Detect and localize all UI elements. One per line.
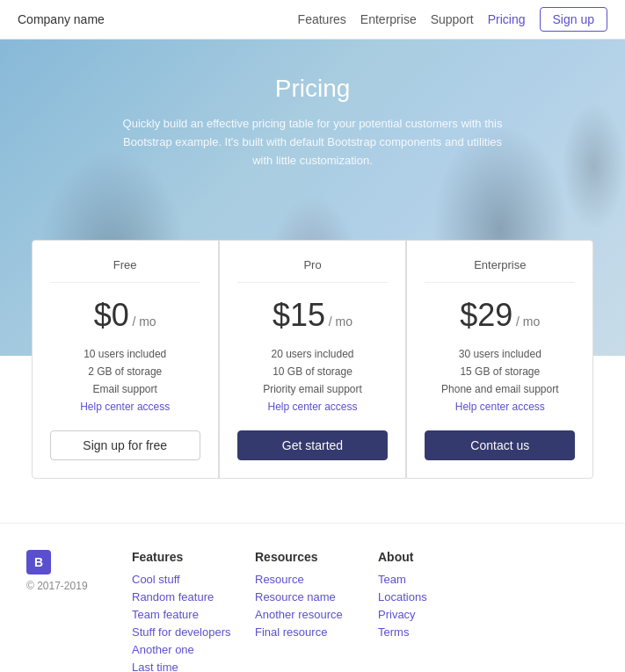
footer-link-cool-stuff[interactable]: Cool stuff bbox=[132, 573, 237, 586]
footer-link-random-feature[interactable]: Random feature bbox=[132, 590, 237, 603]
hero-subtitle: Quickly build an effective pricing table… bbox=[120, 115, 506, 170]
nav-features[interactable]: Features bbox=[298, 12, 346, 26]
footer-link-last-time[interactable]: Last time bbox=[132, 661, 237, 672]
footer-col-resources: Resources Resource Resource name Another… bbox=[255, 550, 360, 643]
price-free: $0 / mo bbox=[50, 297, 200, 334]
link-pro-help[interactable]: Help center access bbox=[237, 401, 388, 413]
price-enterprise: $29 / mo bbox=[425, 297, 575, 334]
footer-link-terms[interactable]: Terms bbox=[378, 625, 483, 639]
footer-col-features: Features Cool stuff Random feature Team … bbox=[132, 550, 237, 672]
footer-link-team-feature[interactable]: Team feature bbox=[132, 608, 237, 621]
hero-section: Pricing Quickly build an effective prici… bbox=[0, 40, 625, 356]
footer-link-privacy[interactable]: Privacy bbox=[378, 608, 483, 621]
cta-pro[interactable]: Get started bbox=[237, 430, 388, 460]
footer-col-about: About Team Locations Privacy Terms bbox=[378, 550, 483, 643]
footer-inner: B © 2017-2019 Features Cool stuff Random… bbox=[26, 550, 599, 672]
pricing-card-free: Free $0 / mo 10 users included 2 GB of s… bbox=[32, 240, 219, 479]
footer-link-another-resource[interactable]: Another resource bbox=[255, 608, 360, 621]
signup-button[interactable]: Sign up bbox=[540, 7, 607, 32]
feature-free-3: Email support bbox=[50, 383, 200, 395]
pricing-card-pro: Pro $15 / mo 20 users included 10 GB of … bbox=[219, 240, 406, 479]
footer-link-stuff-devs[interactable]: Stuff for developers bbox=[132, 625, 237, 639]
feature-pro-3: Priority email support bbox=[237, 383, 388, 395]
footer-copyright: © 2017-2019 bbox=[26, 580, 88, 592]
navbar: Company name Features Enterprise Support… bbox=[0, 0, 625, 40]
footer: B © 2017-2019 Features Cool stuff Random… bbox=[0, 523, 625, 672]
cta-free[interactable]: Sign up for free bbox=[50, 430, 200, 460]
footer-link-team[interactable]: Team bbox=[378, 573, 483, 586]
feature-ent-1: 30 users included bbox=[425, 348, 575, 360]
nav-pricing[interactable]: Pricing bbox=[488, 12, 526, 26]
nav-links: Features Enterprise Support Pricing Sign… bbox=[298, 7, 607, 32]
footer-link-resource[interactable]: Resource bbox=[255, 573, 360, 586]
feature-free-2: 2 GB of storage bbox=[50, 365, 200, 378]
nav-support[interactable]: Support bbox=[431, 12, 474, 26]
tier-free: Free bbox=[50, 258, 200, 283]
link-free-help[interactable]: Help center access bbox=[50, 401, 200, 413]
footer-heading-about: About bbox=[378, 550, 483, 564]
tier-pro: Pro bbox=[237, 258, 388, 283]
link-ent-help[interactable]: Help center access bbox=[425, 401, 575, 413]
price-pro: $15 / mo bbox=[237, 297, 388, 334]
footer-link-resource-name[interactable]: Resource name bbox=[255, 590, 360, 603]
nav-brand: Company name bbox=[18, 12, 105, 26]
footer-link-final-resource[interactable]: Final resource bbox=[255, 625, 360, 639]
feature-ent-2: 15 GB of storage bbox=[425, 365, 575, 378]
footer-link-another-one[interactable]: Another one bbox=[132, 643, 237, 656]
footer-heading-features: Features bbox=[132, 550, 237, 564]
tier-enterprise: Enterprise bbox=[425, 258, 575, 283]
hero-title: Pricing bbox=[275, 75, 351, 103]
nav-enterprise[interactable]: Enterprise bbox=[360, 12, 417, 26]
feature-ent-3: Phone and email support bbox=[425, 383, 575, 395]
feature-free-1: 10 users included bbox=[50, 348, 200, 360]
pricing-card-enterprise: Enterprise $29 / mo 30 users included 15… bbox=[406, 240, 593, 479]
footer-link-locations[interactable]: Locations bbox=[378, 590, 483, 603]
footer-heading-resources: Resources bbox=[255, 550, 360, 564]
pricing-cards: Free $0 / mo 10 users included 2 GB of s… bbox=[32, 240, 594, 479]
feature-pro-1: 20 users included bbox=[237, 348, 388, 360]
cta-enterprise[interactable]: Contact us bbox=[425, 430, 575, 460]
footer-logo: B bbox=[26, 550, 51, 574]
feature-pro-2: 10 GB of storage bbox=[237, 365, 388, 378]
footer-brand: B © 2017-2019 bbox=[26, 550, 114, 592]
